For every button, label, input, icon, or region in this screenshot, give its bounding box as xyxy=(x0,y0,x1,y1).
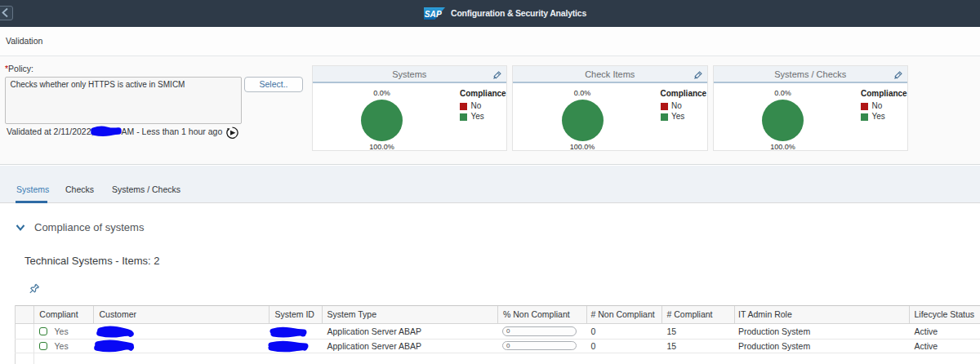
svg-text:SAP: SAP xyxy=(425,10,442,19)
